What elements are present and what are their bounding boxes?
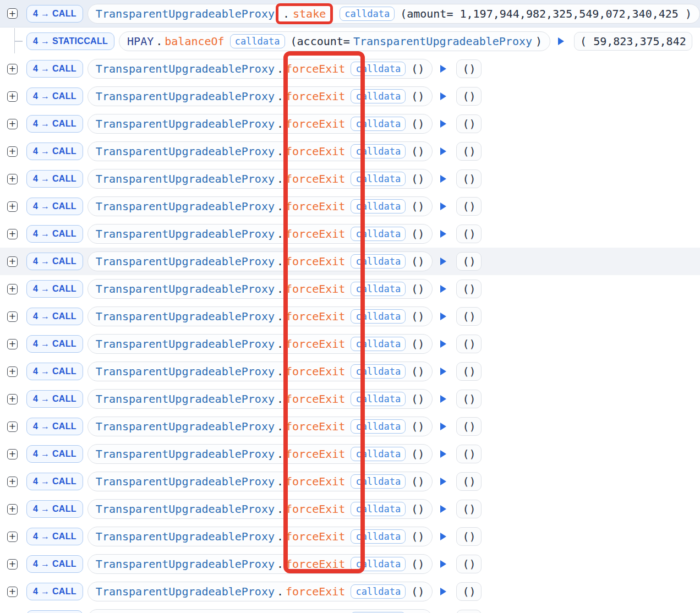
op-badge-call[interactable]: 4 → CALL [26, 610, 83, 613]
contract-name[interactable]: TransparentUpgradeableProxy [96, 90, 275, 103]
play-expand-icon[interactable] [440, 230, 446, 238]
expand-icon[interactable]: + [7, 532, 18, 542]
op-badge-call[interactable]: 4 → CALL [26, 528, 83, 545]
expand-icon[interactable]: + [7, 394, 18, 404]
play-expand-icon[interactable] [440, 258, 446, 265]
calldata-badge[interactable]: calldata [351, 144, 406, 158]
calldata-badge[interactable]: calldata [351, 89, 406, 103]
op-badge-call[interactable]: 4 → CALL [26, 87, 83, 105]
calldata-badge[interactable]: calldata [351, 529, 406, 544]
op-badge-staticcall[interactable]: 4 → STATICCALL [26, 32, 114, 50]
expand-icon[interactable]: + [7, 504, 18, 515]
contract-name[interactable]: TransparentUpgradeableProxy [96, 557, 275, 571]
expand-icon[interactable]: + [7, 256, 18, 267]
play-expand-icon[interactable] [440, 340, 446, 348]
expand-icon[interactable]: + [7, 339, 18, 349]
op-badge-call[interactable]: 4 → CALL [26, 225, 83, 243]
calldata-badge[interactable]: calldata [351, 392, 406, 406]
play-expand-icon[interactable] [440, 478, 446, 485]
output-pill[interactable]: () [456, 445, 482, 463]
expand-icon[interactable]: + [7, 91, 18, 102]
expand-icon[interactable]: + [7, 146, 18, 157]
function-name[interactable]: forceExit [286, 447, 345, 461]
play-expand-icon[interactable] [440, 147, 446, 155]
output-pill[interactable]: () [456, 417, 482, 436]
calldata-badge[interactable]: calldata [351, 172, 406, 186]
op-badge-call[interactable]: 4 → CALL [26, 170, 83, 188]
function-name[interactable]: forceExit [286, 145, 345, 158]
expand-icon[interactable]: + [7, 201, 18, 212]
calldata-badge[interactable]: calldata [351, 364, 406, 379]
contract-name[interactable]: TransparentUpgradeableProxy [96, 502, 275, 516]
expand-icon[interactable]: + [7, 119, 18, 129]
op-badge-call[interactable]: 4 → CALL [26, 198, 83, 215]
output-pill[interactable]: () [456, 280, 482, 298]
contract-name[interactable]: TransparentUpgradeableProxy [96, 337, 275, 351]
op-badge-call[interactable]: 4 → CALL [26, 5, 83, 23]
expand-icon[interactable]: + [7, 366, 18, 377]
op-badge-call[interactable]: 4 → CALL [26, 115, 83, 133]
contract-name[interactable]: TransparentUpgradeableProxy [96, 282, 275, 295]
calldata-badge[interactable]: calldata [351, 447, 406, 461]
calldata-badge[interactable]: calldata [230, 34, 285, 48]
calldata-badge[interactable]: calldata [351, 309, 406, 324]
op-badge-call[interactable]: 4 → CALL [26, 583, 83, 600]
calldata-badge[interactable]: calldata [351, 419, 406, 434]
expand-icon[interactable]: + [7, 311, 18, 322]
play-expand-icon[interactable] [440, 202, 446, 210]
function-name[interactable]: forceExit [286, 200, 345, 213]
output-pill[interactable]: () [456, 472, 482, 491]
output-pill[interactable]: ( 59,823,375,842 [574, 32, 692, 51]
op-badge-call[interactable]: 4 → CALL [26, 390, 83, 408]
expand-icon[interactable]: + [7, 587, 18, 597]
play-expand-icon[interactable] [440, 588, 446, 595]
play-expand-icon[interactable] [440, 285, 446, 293]
calldata-badge[interactable]: calldata [351, 282, 406, 296]
op-badge-call[interactable]: 4 → CALL [26, 418, 83, 435]
calldata-badge[interactable]: calldata [351, 502, 406, 516]
function-name[interactable]: forceExit [286, 475, 345, 488]
contract-name[interactable]: TransparentUpgradeableProxy [96, 172, 275, 185]
contract-name[interactable]: TransparentUpgradeableProxy [96, 145, 275, 158]
contract-name[interactable]: HPAY [127, 35, 154, 48]
calldata-badge[interactable]: calldata [351, 117, 406, 131]
play-expand-icon[interactable] [440, 423, 446, 430]
play-expand-icon[interactable] [440, 65, 446, 73]
output-pill[interactable]: () [456, 142, 482, 161]
play-expand-icon[interactable] [440, 450, 446, 458]
output-pill[interactable]: () [456, 225, 482, 243]
expand-icon[interactable]: + [7, 174, 18, 184]
contract-name[interactable]: TransparentUpgradeableProxy [96, 62, 275, 75]
contract-name[interactable]: TransparentUpgradeableProxy [96, 255, 275, 268]
op-badge-call[interactable]: 4 → CALL [26, 253, 83, 270]
calldata-badge[interactable]: calldata [351, 227, 406, 241]
expand-icon[interactable]: + [7, 229, 18, 239]
op-badge-call[interactable]: 4 → CALL [26, 335, 83, 353]
output-pill[interactable]: () [456, 169, 482, 188]
op-badge-call[interactable]: 4 → CALL [26, 60, 83, 78]
contract-name[interactable]: TransparentUpgradeableProxy [96, 7, 275, 20]
function-name[interactable]: forceExit [286, 172, 345, 185]
calldata-badge[interactable]: calldata [340, 7, 395, 21]
output-pill[interactable]: () [456, 87, 482, 106]
op-badge-call[interactable]: 4 → CALL [26, 143, 83, 160]
function-name[interactable]: stake [293, 7, 326, 20]
args-contract-ref[interactable]: TransparentUpgradeableProxy [353, 35, 532, 48]
output-pill[interactable]: () [456, 555, 482, 573]
output-pill[interactable]: () [456, 59, 482, 78]
output-pill[interactable]: () [456, 307, 482, 326]
op-badge-call[interactable]: 4 → CALL [26, 473, 83, 490]
function-name[interactable]: forceExit [286, 392, 345, 406]
function-name[interactable]: forceExit [286, 255, 345, 268]
output-pill[interactable]: () [456, 527, 482, 546]
op-badge-call[interactable]: 4 → CALL [26, 555, 83, 573]
output-pill[interactable]: () [456, 362, 482, 381]
op-badge-call[interactable]: 4 → CALL [26, 500, 83, 518]
contract-name[interactable]: TransparentUpgradeableProxy [96, 585, 275, 598]
function-name[interactable]: forceExit [286, 310, 345, 323]
function-name[interactable]: forceExit [286, 282, 345, 295]
play-expand-icon[interactable] [440, 533, 446, 540]
play-expand-icon[interactable] [440, 505, 446, 513]
output-pill[interactable]: () [456, 500, 482, 518]
expand-icon[interactable]: + [7, 477, 18, 487]
